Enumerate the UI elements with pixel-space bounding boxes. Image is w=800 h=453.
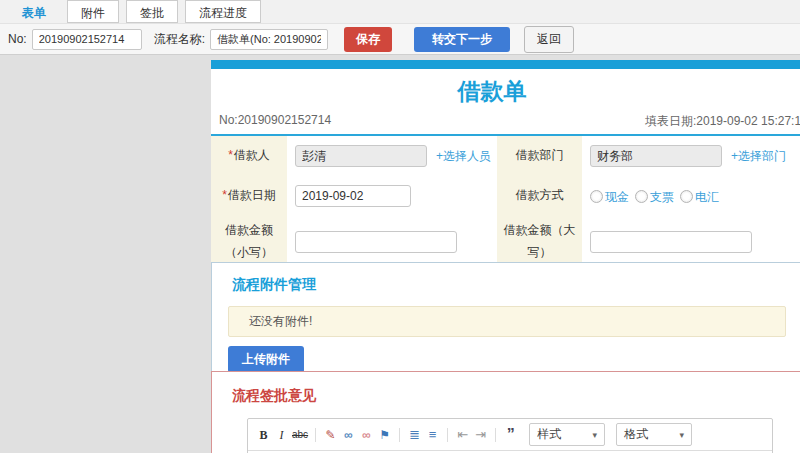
borrower-label: *借款人 <box>211 136 287 176</box>
format-dropdown[interactable]: 格式 ▾ <box>616 423 692 446</box>
forward-next-step-button[interactable]: 转交下一步 <box>414 27 510 52</box>
radio-wire-icon[interactable] <box>680 190 693 203</box>
select-department-link[interactable]: +选择部门 <box>731 148 786 165</box>
tab-form[interactable]: 表单 <box>8 0 60 23</box>
no-attachments-message: 还没有附件! <box>228 306 786 337</box>
link-icon[interactable]: ∞ <box>341 427 356 443</box>
borrow-method-radios: 现金 支票 电汇 <box>582 176 800 216</box>
outdent-icon[interactable]: ⇤ <box>455 427 470 443</box>
toolbar: No: 流程名称: 保存 转交下一步 返回 <box>0 24 800 55</box>
back-button[interactable]: 返回 <box>524 26 574 53</box>
tab-attachments[interactable]: 附件 <box>67 0 119 23</box>
rich-text-editor: B I abc ✎ ∞ ∞ ⚑ ≣ ≡ ⇤ ⇥ ” 样式 ▾ <box>247 418 773 453</box>
amount-uppercase-input[interactable] <box>590 231 752 253</box>
borrower-input[interactable] <box>295 145 427 167</box>
required-marker: * <box>222 188 227 202</box>
form-header: 借款单 No:20190902152714 填表日期:2019-09-02 15… <box>211 69 800 134</box>
strikethrough-icon[interactable]: abc <box>292 427 308 443</box>
amount-lowercase-input[interactable] <box>295 231 457 253</box>
form-date-text: 填表日期:2019-09-02 15:27:1 <box>645 113 800 130</box>
toolbar-separator <box>447 428 448 442</box>
select-person-link[interactable]: +选择人员 <box>436 148 491 165</box>
form-title: 借款单 <box>211 76 773 107</box>
borrow-date-label: *借款日期 <box>211 176 287 216</box>
editor-toolbar: B I abc ✎ ∞ ∞ ⚑ ≣ ≡ ⇤ ⇥ ” 样式 ▾ <box>248 419 772 451</box>
bold-icon[interactable]: B <box>256 427 271 443</box>
form-no-text: No:20190902152714 <box>219 113 331 127</box>
process-name-label: 流程名称: <box>154 31 205 48</box>
toolbar-separator <box>399 428 400 442</box>
bullet-list-icon[interactable]: ≡ <box>425 427 440 443</box>
tab-approval[interactable]: 签批 <box>126 0 178 23</box>
no-input[interactable] <box>32 29 142 50</box>
upload-attachment-button[interactable]: 上传附件 <box>228 346 304 373</box>
blockquote-icon[interactable]: ” <box>503 430 518 440</box>
remove-format-icon[interactable]: ✎ <box>323 427 338 443</box>
process-name-input[interactable] <box>210 29 328 50</box>
chevron-down-icon: ▾ <box>680 430 685 440</box>
unlink-icon[interactable]: ∞ <box>359 427 374 443</box>
department-input[interactable] <box>590 145 722 167</box>
radio-option-check[interactable]: 支票 <box>635 187 674 206</box>
indent-icon[interactable]: ⇥ <box>473 427 488 443</box>
borrow-method-label: 借款方式 <box>497 176 582 216</box>
approval-title: 流程签批意见 <box>232 387 800 405</box>
attachments-title: 流程附件管理 <box>232 276 800 294</box>
required-marker: * <box>228 148 233 162</box>
style-dropdown[interactable]: 样式 ▾ <box>529 423 605 446</box>
save-button[interactable]: 保存 <box>344 27 392 52</box>
radio-cash-icon[interactable] <box>590 190 603 203</box>
chevron-down-icon: ▾ <box>593 430 598 440</box>
no-label: No: <box>8 32 27 46</box>
toolbar-separator <box>495 428 496 442</box>
department-label: 借款部门 <box>497 136 582 176</box>
radio-option-wire[interactable]: 电汇 <box>680 187 719 206</box>
amount-uppercase-label: 借款金额（大写） <box>497 216 582 267</box>
italic-icon[interactable]: I <box>274 427 289 443</box>
radio-check-icon[interactable] <box>635 190 648 203</box>
toolbar-separator <box>315 428 316 442</box>
tab-bar: 表单 附件 签批 流程进度 <box>0 0 800 24</box>
amount-lowercase-label: 借款金额（小写） <box>211 216 287 267</box>
borrow-date-input[interactable] <box>295 185 411 207</box>
panel-top-bar <box>211 60 800 69</box>
tab-process-progress[interactable]: 流程进度 <box>185 0 261 23</box>
anchor-flag-icon[interactable]: ⚑ <box>377 427 392 443</box>
approval-panel: 流程签批意见 B I abc ✎ ∞ ∞ ⚑ ≣ ≡ ⇤ ⇥ ” 样式 <box>211 371 800 453</box>
ordered-list-icon[interactable]: ≣ <box>407 427 422 443</box>
radio-option-cash[interactable]: 现金 <box>590 187 629 206</box>
attachments-panel: 流程附件管理 还没有附件! 上传附件 <box>211 262 800 386</box>
page: 表单 附件 签批 流程进度 No: 流程名称: 保存 转交下一步 返回 借款单 … <box>0 0 800 453</box>
